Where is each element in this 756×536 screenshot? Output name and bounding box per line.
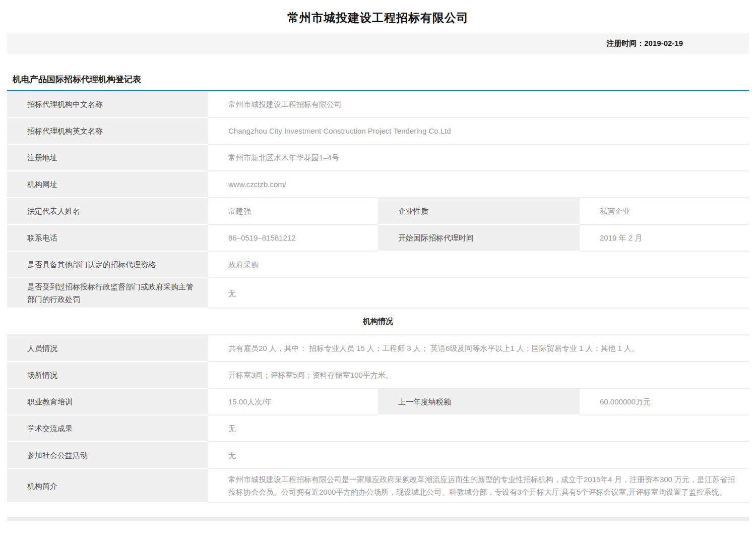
row-label: 机构简介 — [7, 469, 208, 503]
row-value: 2019 年 2 月 — [580, 225, 749, 252]
row-value: 86–0519–81581212 — [208, 225, 378, 252]
row-label: 是否受到过招标投标行政监督部门或政府采购主管部门的行政处罚 — [7, 278, 208, 309]
row-label: 开始国际招标代理时间 — [378, 225, 580, 252]
row-label: 职业教育培训 — [7, 389, 208, 415]
row-value: 无 — [208, 278, 749, 309]
section-title: 机电产品国际招标代理机构登记表 — [13, 74, 749, 85]
row-value: 常州市新北区水木年华花园1–4号 — [208, 145, 749, 171]
section-row-title: 机构情况 — [7, 309, 749, 335]
row-value: 开标室3间；评标室5间；资料存储室100平方米。 — [208, 362, 749, 389]
row-value: 共有雇员20 人，其中： 招标专业人员 15 人；工程师 3 人； 英语6级及同… — [208, 335, 749, 362]
table-row: 招标代理机构中文名称 常州市城投建设工程招标有限公司 — [7, 91, 749, 118]
table-row: 是否具备其他部门认定的招标代理资格 政府采购 — [7, 252, 749, 278]
next-section-bar — [7, 517, 749, 521]
page-container: 常州市城投建设工程招标有限公司 注册时间：2019-02-19 机电产品国际招标… — [7, 0, 749, 521]
row-value: 政府采购 — [208, 252, 749, 278]
row-label: 是否具备其他部门认定的招标代理资格 — [7, 252, 208, 278]
row-value: 私营企业 — [580, 198, 749, 225]
row-label: 企业性质 — [378, 198, 580, 225]
table-row: 法定代表人姓名 常建强 企业性质 私营企业 — [7, 198, 749, 225]
row-value: Changzhou City Investment Construction P… — [208, 118, 749, 145]
row-value: 无 — [208, 415, 749, 442]
page-title: 常州市城投建设工程招标有限公司 — [7, 0, 749, 33]
registration-table: 招标代理机构中文名称 常州市城投建设工程招标有限公司 招标代理机构英文名称 Ch… — [7, 90, 749, 503]
row-label: 机构网址 — [7, 171, 208, 198]
row-label: 人员情况 — [7, 335, 208, 362]
row-value: 常建强 — [208, 198, 378, 225]
table-row: 是否受到过招标投标行政监督部门或政府采购主管部门的行政处罚 无 — [7, 278, 749, 309]
row-label: 联系电话 — [7, 225, 208, 252]
row-value: 15.00人次/年 — [208, 389, 378, 415]
table-row: 人员情况 共有雇员20 人，其中： 招标专业人员 15 人；工程师 3 人； 英… — [7, 335, 749, 362]
row-label: 法定代表人姓名 — [7, 198, 208, 225]
row-label: 招标代理机构英文名称 — [7, 118, 208, 145]
table-row: 注册地址 常州市新北区水木年华花园1–4号 — [7, 145, 749, 171]
row-label: 场所情况 — [7, 362, 208, 389]
table-row: 参加社会公益活动 无 — [7, 442, 749, 469]
row-value: 常州市城投建设工程招标有限公司 — [208, 91, 749, 118]
row-value: www.czctzb.com/ — [208, 171, 749, 198]
table-row: 学术交流成果 无 — [7, 415, 749, 442]
table-row: 职业教育培训 15.00人次/年 上一年度纳税额 60.000000万元 — [7, 389, 749, 415]
row-label: 学术交流成果 — [7, 415, 208, 442]
row-value: 60.000000万元 — [580, 389, 749, 415]
register-time-text: 注册时间：2019-02-19 — [606, 39, 683, 48]
table-row: 机构简介 常州市城投建设工程招标有限公司是一家顺应政府采购改革潮流应运而生的新型… — [7, 469, 749, 503]
row-label: 参加社会公益活动 — [7, 442, 208, 469]
table-row: 机构网址 www.czctzb.com/ — [7, 171, 749, 198]
row-value: 常州市城投建设工程招标有限公司是一家顺应政府采购改革潮流应运而生的新型的专业性招… — [208, 469, 749, 503]
row-label: 招标代理机构中文名称 — [7, 91, 208, 118]
table-row: 场所情况 开标室3间；评标室5间；资料存储室100平方米。 — [7, 362, 749, 389]
row-label: 注册地址 — [7, 145, 208, 171]
table-row: 联系电话 86–0519–81581212 开始国际招标代理时间 2019 年 … — [7, 225, 749, 252]
row-label: 上一年度纳税额 — [378, 389, 580, 415]
row-value: 无 — [208, 442, 749, 469]
register-time-bar: 注册时间：2019-02-19 — [7, 33, 749, 54]
table-section-row: 机构情况 — [7, 309, 749, 335]
table-row: 招标代理机构英文名称 Changzhou City Investment Con… — [7, 118, 749, 145]
